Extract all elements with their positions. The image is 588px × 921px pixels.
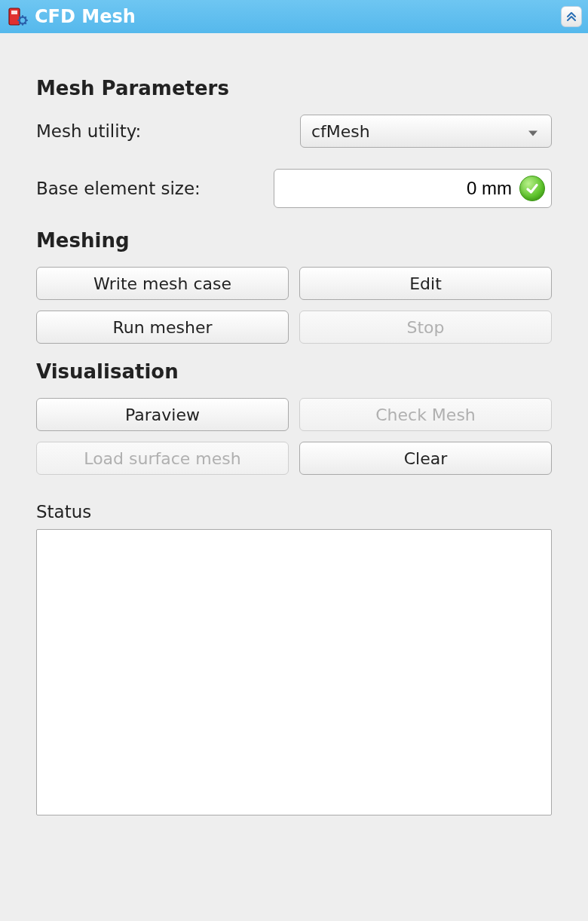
- section-visualisation: Visualisation Paraview Check Mesh Load s…: [36, 360, 552, 475]
- label-base-element-size: Base element size:: [36, 179, 274, 198]
- section-meshing: Meshing Write mesh case Edit Run mesher …: [36, 229, 552, 344]
- run-mesher-button[interactable]: Run mesher: [36, 311, 289, 344]
- svg-rect-1: [11, 11, 17, 14]
- valid-check-icon: [519, 176, 545, 201]
- window-title: CFD Mesh: [35, 6, 136, 27]
- base-element-size-field-wrap: [274, 169, 552, 208]
- load-surface-mesh-button: Load surface mesh: [36, 442, 289, 475]
- svg-line-9: [20, 23, 20, 23]
- base-element-size-input[interactable]: [285, 177, 519, 200]
- check-mesh-button: Check Mesh: [299, 398, 552, 431]
- write-mesh-case-button[interactable]: Write mesh case: [36, 267, 289, 300]
- paraview-button[interactable]: Paraview: [36, 398, 289, 431]
- label-mesh-utility: Mesh utility:: [36, 121, 300, 141]
- heading-visualisation: Visualisation: [36, 360, 552, 383]
- mesh-utility-value: cfMesh: [311, 122, 370, 141]
- heading-meshing: Meshing: [36, 229, 552, 252]
- heading-mesh-parameters: Mesh Parameters: [36, 77, 552, 99]
- titlebar: CFD Mesh: [0, 0, 588, 33]
- svg-line-10: [25, 17, 26, 18]
- mesh-utility-select[interactable]: cfMesh: [300, 115, 552, 148]
- section-mesh-parameters: Mesh Parameters Mesh utility: cfMesh Bas…: [36, 77, 552, 208]
- chevrons-up-icon: [565, 11, 577, 23]
- label-status: Status: [36, 502, 552, 522]
- svg-marker-11: [528, 131, 537, 136]
- collapse-button[interactable]: [561, 6, 582, 27]
- status-output[interactable]: [36, 529, 552, 815]
- svg-line-7: [20, 17, 20, 18]
- clear-button[interactable]: Clear: [299, 442, 552, 475]
- stop-button: Stop: [299, 311, 552, 344]
- edit-button[interactable]: Edit: [299, 267, 552, 300]
- chevron-down-icon: [527, 122, 539, 141]
- app-icon: [6, 5, 29, 28]
- panel-content: Mesh Parameters Mesh utility: cfMesh Bas…: [0, 33, 588, 834]
- svg-line-8: [25, 23, 26, 23]
